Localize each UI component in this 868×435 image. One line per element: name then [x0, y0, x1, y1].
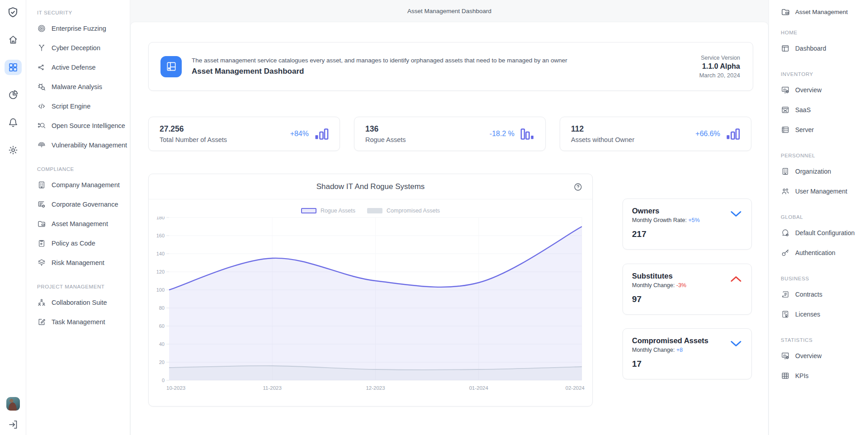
right-item-business-contracts[interactable]: Contracts [781, 284, 868, 304]
svg-text:160: 160 [156, 233, 165, 238]
server-icon [781, 125, 790, 134]
building-icon [37, 180, 46, 189]
sidebar-item-label: Risk Management [52, 259, 104, 266]
right-item-global-default-configuration[interactable]: Default Configuration [781, 223, 868, 243]
main-panel: The asset management service catalogues … [130, 22, 769, 435]
sidebar-section-title-compliance: COMPLIANCE [37, 165, 130, 174]
sidebar-item-corporate-governance[interactable]: Corporate Governance [37, 194, 130, 214]
shadow-it-chart: 02040608010012014016018010-202311-202312… [153, 217, 587, 395]
right-item-label: Overview [795, 86, 821, 94]
sidebar-item-enterprise-fuzzing[interactable]: Enterprise Fuzzing [37, 19, 130, 38]
right-item-personnel-organization[interactable]: Organization [781, 161, 868, 181]
stat-label: Rogue Assets [365, 136, 406, 143]
list-gear-icon [37, 200, 46, 209]
info-card-value: 97 [632, 294, 742, 304]
svg-text:40: 40 [159, 341, 165, 347]
sidebar-item-cyber-deception[interactable]: Cyber Deception [37, 38, 130, 57]
right-section-title-global: GLOBAL [781, 213, 868, 222]
rail-bell-icon[interactable] [5, 115, 22, 130]
service-version-date: March 20, 2024 [699, 72, 740, 79]
right-item-global-authentication[interactable]: Authentication [781, 243, 868, 263]
sidebar-item-policy-as-code[interactable]: Policy as Code [37, 233, 130, 253]
stat-card-assets-without-owner: 112Assets without Owner+66.6% [560, 117, 751, 151]
chevron-up-icon[interactable] [731, 276, 741, 282]
rail-grid-icon[interactable] [5, 60, 22, 75]
sidebar-item-company-management[interactable]: Company Management [37, 175, 130, 194]
sidebar-item-vulnerability-management[interactable]: Vulnerability Management [37, 135, 130, 155]
sidebar-item-collaboration-suite[interactable]: Collaboration Suite [37, 293, 130, 312]
right-item-label: KPIs [795, 372, 809, 379]
right-section-title-home: HOME [781, 28, 868, 37]
svg-text:0: 0 [162, 378, 165, 383]
building-icon [781, 167, 790, 176]
right-item-label: User Management [795, 188, 847, 195]
legend-item-compromised-assets[interactable]: Compromised Assets [367, 208, 440, 214]
info-card-compromised-assets[interactable]: Compromised AssetsMonthly Change: +817 [623, 328, 752, 379]
info-card-owners[interactable]: OwnersMonthly Growth Rate: +5%217 [623, 199, 752, 250]
license-icon [781, 310, 790, 319]
service-header-card: The asset management service catalogues … [148, 42, 753, 91]
icon-rail [0, 0, 26, 435]
rail-pie-chart-icon[interactable] [5, 87, 22, 103]
shield-check-logo-icon[interactable] [5, 5, 22, 20]
right-item-inventory-overview[interactable]: Overview [781, 80, 868, 100]
service-title: Asset Management Dashboard [192, 67, 567, 76]
right-item-inventory-saas[interactable]: SaaS [781, 100, 868, 120]
right-item-statistics-kpis[interactable]: KPIs [781, 366, 868, 386]
service-version-label: Service Version [699, 55, 740, 61]
info-card-substitutes[interactable]: SubstitutesMonthly Change: -3%97 [623, 264, 752, 315]
stat-change: -18.2 % [490, 130, 514, 138]
info-card-sub-value: +8 [676, 347, 683, 353]
chevron-down-icon[interactable] [731, 211, 741, 217]
target-icon [37, 24, 46, 33]
right-sidebar-title: Asset Management [781, 7, 868, 17]
sidebar-item-active-defense[interactable]: Active Defense [37, 57, 130, 77]
scroll-icon [781, 290, 790, 299]
right-section-title-business: BUSINESS [781, 274, 868, 283]
sidebar-item-task-management[interactable]: Task Management [37, 312, 130, 331]
right-item-inventory-server[interactable]: Server [781, 120, 868, 140]
right-item-home-dashboard[interactable]: Dashboard [781, 38, 868, 58]
rail-home-icon[interactable] [5, 32, 22, 47]
sidebar-item-label: Malware Analysis [52, 83, 102, 90]
svg-text:10-2023: 10-2023 [166, 385, 185, 391]
avatar[interactable] [6, 397, 20, 411]
service-version-number: 1.1.0 Alpha [699, 62, 740, 71]
right-item-statistics-overview[interactable]: Overview [781, 346, 868, 366]
chevron-down-icon[interactable] [731, 340, 741, 347]
sidebar-item-risk-management[interactable]: Risk Management [37, 253, 130, 272]
right-item-label: Server [795, 126, 814, 133]
right-item-personnel-user-management[interactable]: User Management [781, 181, 868, 201]
stat-change: +66.6% [695, 130, 720, 138]
layers-icon [37, 258, 46, 267]
table-icon [781, 371, 790, 380]
right-item-label: Organization [795, 168, 831, 175]
sign-out-icon[interactable] [5, 417, 22, 432]
legend-item-rogue-assets[interactable]: Rogue Assets [301, 208, 355, 214]
legend-swatch [367, 208, 382, 213]
svg-text:100: 100 [156, 287, 165, 293]
right-sidebar-title-label: Asset Management [795, 9, 848, 15]
sidebar-item-open-source-intelligence[interactable]: Open Source Intelligence [37, 116, 130, 135]
sidebar-item-malware-analysis[interactable]: Malware Analysis [37, 77, 130, 96]
screen-gear-icon [781, 351, 790, 360]
sidebar-item-label: Cyber Deception [52, 44, 100, 52]
stat-card-total-number-of-assets: 27.256Total Number of Assets+84% [148, 117, 340, 151]
info-card-subtitle: Monthly Change: +8 [632, 347, 742, 353]
stat-label: Total Number of Assets [160, 136, 227, 143]
sidebar-item-label: Company Management [52, 181, 120, 189]
sidebar-item-script-engine[interactable]: Script Engine [37, 96, 130, 116]
rail-gear-icon[interactable] [5, 142, 22, 158]
stat-value: 27.256 [160, 124, 227, 134]
stat-label: Assets without Owner [571, 136, 634, 143]
right-item-label: Contracts [795, 291, 822, 298]
right-item-business-licenses[interactable]: Licenses [781, 304, 868, 324]
folder-icon [37, 219, 46, 228]
left-sidebar: IT SECURITYEnterprise FuzzingCyber Decep… [26, 0, 130, 435]
question-circle-icon[interactable] [574, 183, 582, 191]
sidebar-item-asset-management[interactable]: Asset Management [37, 214, 130, 233]
right-item-label: Dashboard [795, 45, 826, 52]
info-card-title: Compromised Assets [632, 336, 742, 345]
bars-descending-icon [520, 128, 534, 140]
info-card-subtitle: Monthly Growth Rate: +5% [632, 217, 742, 223]
